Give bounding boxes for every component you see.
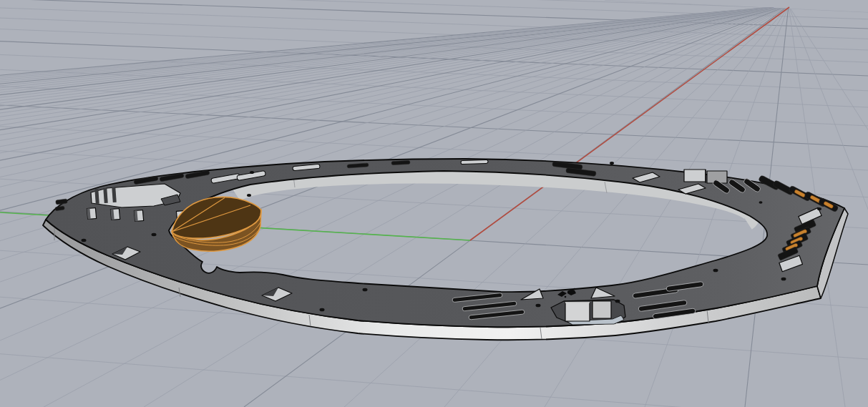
cad-viewport	[0, 0, 868, 407]
viewport-canvas[interactable]	[0, 0, 868, 407]
